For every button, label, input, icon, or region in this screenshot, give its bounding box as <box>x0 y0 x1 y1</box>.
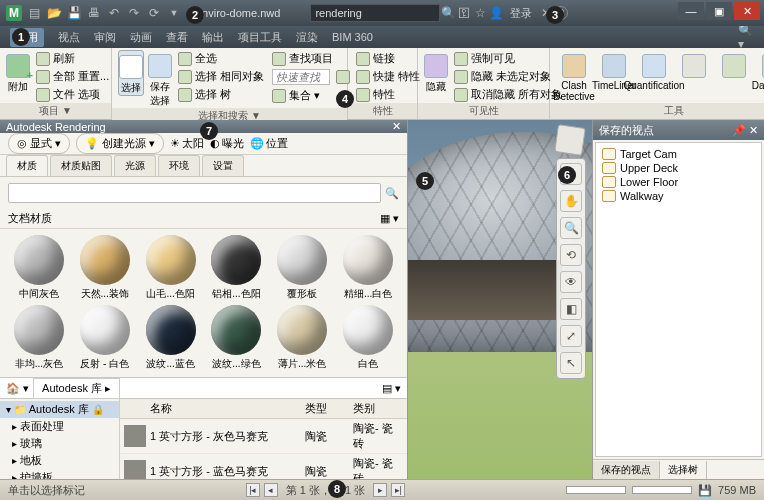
appstore-button[interactable] <box>716 50 752 78</box>
view-toggle-icon[interactable]: ▦ ▾ <box>380 212 399 225</box>
pager-last[interactable]: ▸| <box>391 483 405 497</box>
walk-icon[interactable]: ◧ <box>560 298 582 320</box>
mode-dropdown[interactable]: ◎显式 ▾ <box>8 133 70 154</box>
create-light-dropdown[interactable]: 💡创建光源 ▾ <box>76 133 164 154</box>
library-row[interactable]: 1 英寸方形 - 灰色马赛克陶瓷陶瓷- 瓷砖 <box>120 419 407 454</box>
menu-item-anim[interactable]: 动画 <box>130 30 152 45</box>
location-button[interactable]: 🌐位置 <box>250 136 288 151</box>
material-item[interactable]: 波纹...蓝色 <box>140 305 202 371</box>
menu-item-output[interactable]: 输出 <box>202 30 224 45</box>
material-item[interactable]: 中间灰色 <box>8 235 70 301</box>
datatools-button[interactable]: DataTools <box>756 50 764 91</box>
force-visible-cmd[interactable]: 强制可见 <box>452 50 564 67</box>
material-search-icon[interactable]: 🔍 <box>385 187 399 200</box>
attach-button[interactable]: + 附加 <box>6 50 30 94</box>
title-search-input[interactable] <box>310 4 440 22</box>
dropdown-icon[interactable]: ▼ <box>166 5 182 21</box>
quick-props-cmd[interactable]: 快捷 特性 <box>354 68 422 85</box>
select-tree-cmd[interactable]: 选择 树 <box>176 86 266 103</box>
viewpoint-item[interactable]: Target Cam <box>602 147 755 161</box>
print-icon[interactable]: 🖶 <box>86 5 102 21</box>
menu-item-project-tools[interactable]: 项目工具 <box>238 30 282 45</box>
material-item[interactable]: 薄片...米色 <box>271 305 333 371</box>
pager-prev[interactable]: ◂ <box>264 483 278 497</box>
viewpoint-item[interactable]: Lower Floor <box>602 175 755 189</box>
material-item[interactable]: 精细...白色 <box>337 235 399 301</box>
tab-material-map[interactable]: 材质贴图 <box>50 155 112 176</box>
tab-environment[interactable]: 环境 <box>158 155 200 176</box>
maximize-button[interactable]: ▣ <box>706 2 732 20</box>
props-cmd[interactable]: 特性 <box>354 86 422 103</box>
select-nav-icon[interactable]: ↖ <box>560 352 582 374</box>
material-item[interactable]: 覆形板 <box>271 235 333 301</box>
zoom-icon[interactable]: 🔍 <box>560 217 582 239</box>
orbit-icon[interactable]: ⟲ <box>560 244 582 266</box>
pan-icon[interactable]: ✋ <box>560 190 582 212</box>
material-item[interactable]: 山毛...色阳 <box>140 235 202 301</box>
quantification-button[interactable]: Quantification <box>636 50 672 91</box>
lib-col-name[interactable]: 名称 <box>146 399 301 418</box>
links-cmd[interactable]: 链接 <box>354 50 422 67</box>
hide-unselected-cmd[interactable]: 隐藏 未选定对象 <box>452 68 564 85</box>
pager-first[interactable]: |◂ <box>246 483 260 497</box>
key-icon[interactable]: ⚿ <box>456 5 472 21</box>
file-options-cmd[interactable]: 文件 选项 <box>34 86 111 103</box>
material-item[interactable]: 波纹...绿色 <box>205 305 267 371</box>
measure-icon[interactable]: ⤢ <box>560 325 582 347</box>
menu-item-view[interactable]: 查看 <box>166 30 188 45</box>
tab-saved-viewpoints[interactable]: 保存的视点 <box>593 461 660 479</box>
refresh-icon[interactable]: ⟳ <box>146 5 162 21</box>
reset-all-cmd[interactable]: 全部 重置... <box>34 68 111 85</box>
pin-icon[interactable]: 📌 <box>732 124 746 136</box>
close-button[interactable]: ✕ <box>734 2 760 20</box>
tab-settings[interactable]: 设置 <box>202 155 244 176</box>
view-cube[interactable] <box>554 124 586 156</box>
viewpoint-item[interactable]: Walkway <box>602 189 755 203</box>
undo-icon[interactable]: ↶ <box>106 5 122 21</box>
select-button[interactable]: 选择 <box>118 50 144 96</box>
material-item[interactable]: 天然...装饰 <box>74 235 136 301</box>
lib-col-type[interactable]: 类型 <box>301 399 349 418</box>
help-search-icon[interactable]: 🔍▾ <box>738 29 754 45</box>
panel-close-icon-right[interactable]: ✕ <box>749 124 758 136</box>
hide-button[interactable]: 隐藏 <box>424 50 448 94</box>
material-item[interactable]: 铝相...色阳 <box>205 235 267 301</box>
save-icon[interactable]: 💾 <box>66 5 82 21</box>
material-item[interactable]: 非均...灰色 <box>8 305 70 371</box>
lib-tree-surface[interactable]: ▸ 表面处理 <box>0 418 119 435</box>
clash-detective-button[interactable]: Clash Detective <box>556 50 592 102</box>
scripter-button[interactable] <box>676 50 712 78</box>
material-search-input[interactable] <box>8 183 381 203</box>
redo-icon[interactable]: ↷ <box>126 5 142 21</box>
panel-close-icon[interactable]: ✕ <box>392 120 401 133</box>
quick-find-input[interactable] <box>272 69 330 85</box>
select-all-cmd[interactable]: 全选 <box>176 50 266 67</box>
star-icon[interactable]: ☆ <box>472 5 488 21</box>
open-icon[interactable]: 📂 <box>46 5 62 21</box>
look-icon[interactable]: 👁 <box>560 271 582 293</box>
save-select-button[interactable]: 保存 选择 <box>148 50 172 108</box>
file-new-icon[interactable]: ▤ <box>26 5 42 21</box>
select-same-cmd[interactable]: 选择 相同对象 <box>176 68 266 85</box>
lib-tree-floor[interactable]: ▸ 地板 <box>0 452 119 469</box>
tab-materials[interactable]: 材质 <box>6 155 48 176</box>
pager-next[interactable]: ▸ <box>373 483 387 497</box>
tab-select-tree[interactable]: 选择树 <box>660 461 707 479</box>
refresh-cmd[interactable]: 刷新 <box>34 50 111 67</box>
home-icon[interactable]: 🏠 ▾ <box>6 382 29 395</box>
menu-item-viewpoint[interactable]: 视点 <box>58 30 80 45</box>
sun-toggle[interactable]: ☀太阳 <box>170 136 204 151</box>
lib-tree-glass[interactable]: ▸ 玻璃 <box>0 435 119 452</box>
material-item[interactable]: 反射 - 白色 <box>74 305 136 371</box>
login-label[interactable]: 登录 <box>510 6 532 21</box>
unhide-all-cmd[interactable]: 取消隐藏 所有对象 <box>452 86 564 103</box>
find-items-cmd[interactable]: 查找项目 <box>270 50 352 67</box>
lib-breadcrumb[interactable]: Autodesk 库 ▸ <box>33 378 120 399</box>
menu-item-render[interactable]: 渲染 <box>296 30 318 45</box>
tab-lights[interactable]: 光源 <box>114 155 156 176</box>
material-item[interactable]: 白色 <box>337 305 399 371</box>
lib-tree-root[interactable]: ▾ 📁 Autodesk 库 🔒 <box>0 401 119 418</box>
minimize-button[interactable]: — <box>678 2 704 20</box>
exposure-toggle[interactable]: ◐曝光 <box>210 136 244 151</box>
binoculars-icon[interactable]: 🔍 <box>440 5 456 21</box>
